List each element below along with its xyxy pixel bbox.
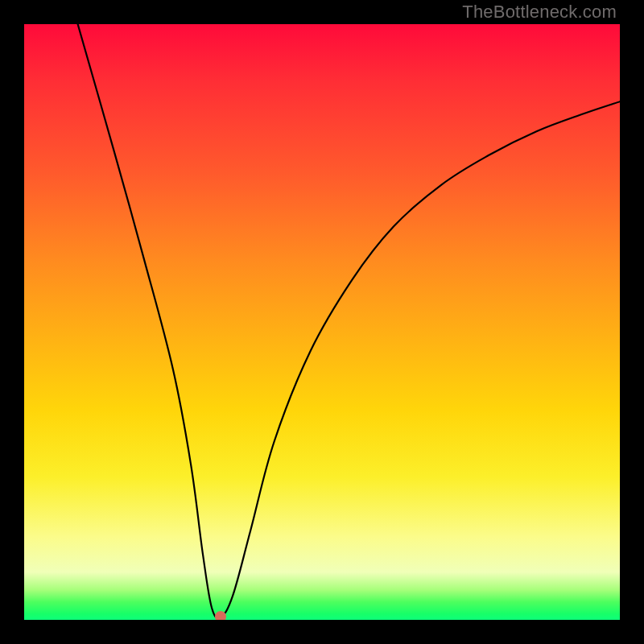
chart-frame xyxy=(24,24,620,620)
watermark-text: TheBottleneck.com xyxy=(462,2,617,23)
optimum-marker xyxy=(215,611,226,620)
bottleneck-curve xyxy=(24,24,620,620)
